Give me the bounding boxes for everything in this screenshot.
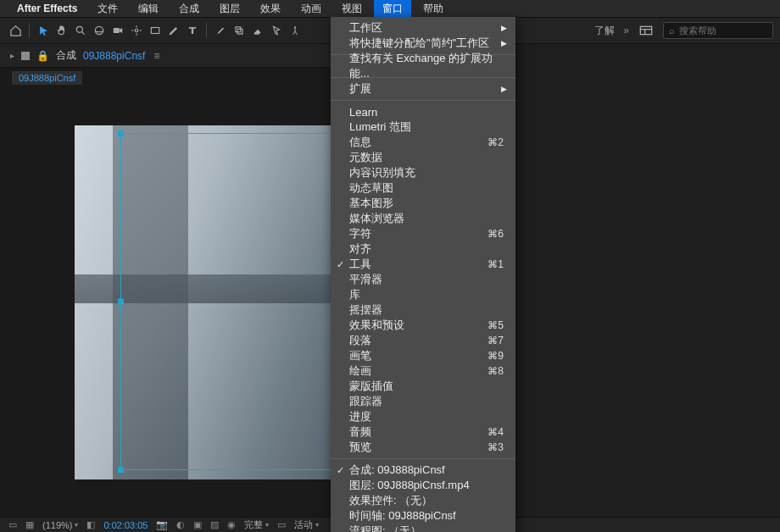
menu-item-label: 画笔 [349,348,371,363]
pan-behind-tool-icon[interactable] [128,22,145,39]
separator [29,23,30,38]
menu-item[interactable]: 对齐 [331,241,515,257]
composition-chip[interactable]: 09J888piCnsf [12,71,82,85]
resize-handle[interactable] [118,467,124,473]
color-swatch-icon[interactable] [21,52,30,60]
menu-item[interactable]: 预览⌘3 [331,440,515,455]
text-tool-icon[interactable] [184,22,201,39]
resolution-dropdown[interactable]: 完整 [244,518,269,531]
brush-tool-icon[interactable] [212,22,229,39]
menu-item[interactable]: 信息⌘2 [331,135,515,150]
camera-dropdown[interactable]: 活动 [294,518,319,531]
menu-item-label: Lumetri 范围 [349,119,411,135]
menu-item[interactable]: Learn [331,104,515,119]
magnify-icon[interactable]: ▭ [8,519,17,530]
zoom-dropdown[interactable]: (119%) [42,520,78,530]
menu-item[interactable]: 进度 [331,409,515,424]
menu-item[interactable]: 工具⌘1 [331,257,515,272]
menu-item[interactable]: 字符⌘6 [331,226,515,241]
menu-item-label: 流程图: （无） [349,524,421,532]
clone-tool-icon[interactable] [231,22,248,39]
menu-item[interactable]: 效果和预设⌘5 [331,318,515,333]
zoom-tool-icon[interactable] [72,22,89,39]
menu-item[interactable]: 动态草图 [331,180,515,196]
pen-tool-icon[interactable] [165,22,182,39]
learn-label[interactable]: 了解 [594,24,615,38]
menu-item[interactable]: 图层: 09J888piCnsf.mp4 [331,478,515,493]
current-time[interactable]: 0:02:03:05 [103,520,148,530]
channel-icon[interactable]: ▣ [193,519,202,530]
puppet-tool-icon[interactable] [287,22,304,39]
grid-icon[interactable]: ▦ [25,519,34,530]
menu-item[interactable]: 基本图形 [331,196,515,211]
menu-layer[interactable]: 图层 [211,0,248,18]
resize-handle[interactable] [118,130,124,136]
home-icon[interactable] [7,22,24,39]
region-icon[interactable]: ◐ [176,519,185,530]
menu-item[interactable]: 库 [331,287,515,302]
menu-item[interactable]: 扩展 [331,81,515,97]
menu-item-label: 音频 [349,424,371,440]
resolution-icon[interactable]: ◧ [86,519,95,530]
menu-animation[interactable]: 动画 [292,0,330,18]
menu-item[interactable]: 绘画⌘8 [331,363,515,379]
menu-item[interactable]: 媒体浏览器 [331,211,515,226]
menu-item-label: 绘画 [349,363,371,379]
menu-item[interactable]: 画笔⌘9 [331,348,515,363]
menu-file[interactable]: 文件 [89,0,126,18]
menu-view[interactable]: 视图 [333,0,370,18]
menu-composition[interactable]: 合成 [170,0,208,18]
lock-icon[interactable]: 🔒 [36,50,49,62]
view-icon[interactable]: ▭ [277,519,286,530]
mask-icon[interactable]: ◉ [227,519,236,530]
menu-item-label: 段落 [349,333,371,348]
search-icon: ⌕ [669,25,675,36]
menu-item[interactable]: 效果控件: （无） [331,493,515,508]
menu-item-label: 平滑器 [349,272,382,287]
menu-item[interactable]: 音频⌘4 [331,424,515,440]
menu-item[interactable]: 平滑器 [331,272,515,287]
overflow-icon[interactable]: » [623,25,629,36]
menu-shortcut: ⌘6 [488,228,504,240]
menu-item-label: 合成: 09J888piCnsf [349,463,445,478]
chevron-right-icon[interactable]: ▸ [10,51,14,60]
menu-item[interactable]: 蒙版插值 [331,379,515,394]
menu-item[interactable]: 段落⌘7 [331,333,515,348]
composition-tab[interactable]: 09J888piCnsf [83,50,145,62]
menu-item-label: 对齐 [349,241,371,257]
menu-item[interactable]: 跟踪器 [331,394,515,409]
camera-tool-icon[interactable] [109,22,126,39]
menu-item[interactable]: Lumetri 范围 [331,119,515,135]
resize-handle[interactable] [118,299,124,305]
menu-item-label: 蒙版插值 [349,379,393,394]
rectangle-tool-icon[interactable] [147,22,164,39]
menu-edit[interactable]: 编辑 [130,0,167,18]
selection-tool-icon[interactable] [35,22,52,39]
workspace-icon[interactable] [638,22,655,39]
eraser-tool-icon[interactable] [249,22,266,39]
tab-menu-icon[interactable]: ≡ [153,50,159,62]
menu-item[interactable]: 摇摆器 [331,302,515,318]
menu-item[interactable]: 时间轴: 09J888piCnsf [331,508,515,524]
hand-tool-icon[interactable] [53,22,70,39]
menu-item[interactable]: 将快捷键分配给"简约"工作区 [331,36,515,51]
menu-item[interactable]: 工作区 [331,20,515,36]
menu-item-label: 图层: 09J888piCnsf.mp4 [349,478,470,493]
transparency-icon[interactable]: ▨ [210,519,219,530]
menu-item[interactable]: 元数据 [331,150,515,165]
search-help-input[interactable]: ⌕ [663,22,773,39]
menu-window[interactable]: 窗口 [374,0,411,18]
menu-effect[interactable]: 效果 [252,0,289,18]
snapshot-icon[interactable]: 📷 [156,519,168,530]
roto-tool-icon[interactable] [268,22,285,39]
menu-item-label: 效果控件: （无） [349,493,432,508]
menu-shortcut: ⌘4 [488,426,504,438]
menu-item[interactable]: 流程图: （无） [331,524,515,532]
search-field[interactable] [679,25,767,36]
menu-item[interactable]: 查找有关 Exchange 的扩展功能... [331,58,515,74]
menu-item[interactable]: 内容识别填充 [331,165,515,180]
menu-help[interactable]: 帮助 [415,0,452,18]
menu-item[interactable]: 合成: 09J888piCnsf [331,463,515,478]
menu-item-label: 将快捷键分配给"简约"工作区 [349,36,489,51]
orbit-tool-icon[interactable] [91,22,108,39]
